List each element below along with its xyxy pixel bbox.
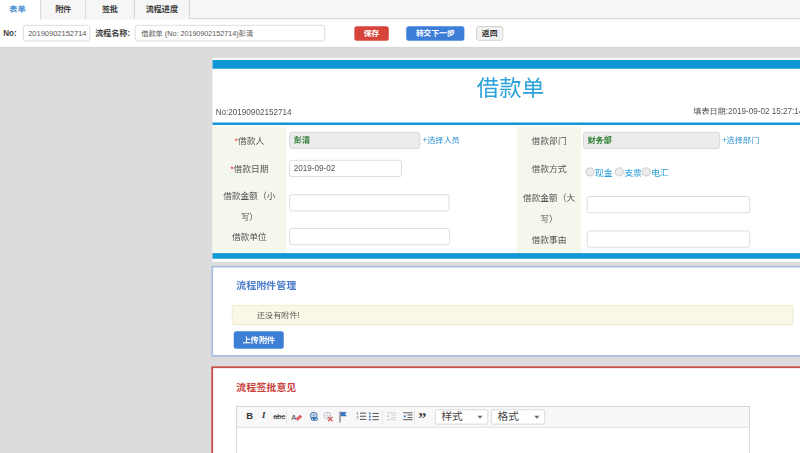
svg-text:A: A (291, 413, 296, 422)
svg-text:2: 2 (356, 416, 358, 420)
